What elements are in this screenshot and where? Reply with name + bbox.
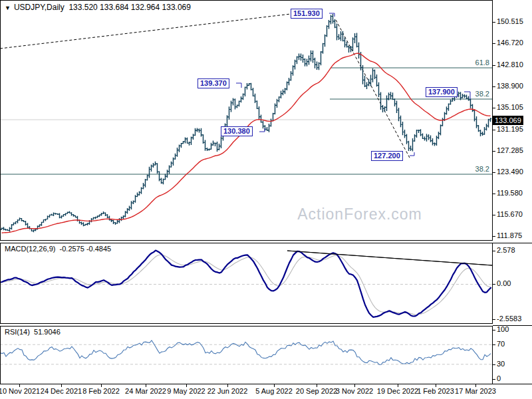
price-annotation-box[interactable]: 127.200: [371, 151, 403, 161]
price-axis-label: 115.670: [497, 210, 523, 218]
rsi-axis-label: 0: [497, 374, 501, 382]
collapse-triangle-icon[interactable]: ▼: [5, 5, 11, 11]
price-axis-tick: [493, 194, 495, 194]
date-axis-label: 24 Mar 2022: [125, 387, 166, 395]
rsi-panel[interactable]: [0, 326, 493, 384]
date-axis-label: 9 May 2022: [167, 387, 205, 395]
rsi-axis-label: 30: [497, 360, 505, 368]
symbol-header: ▼USDJPY,Daily 133.520 133.684 132.964 13…: [5, 3, 191, 12]
date-axis-tick: [274, 384, 275, 387]
date-axis-label: 8 Feb 2022: [82, 387, 120, 395]
macd-axis-label: 2.578: [497, 246, 515, 254]
panel-separator: [493, 243, 532, 243]
price-chart-canvas[interactable]: [1, 1, 492, 240]
price-axis-tick: [493, 236, 495, 237]
rsi-axis-label: 70: [497, 340, 505, 348]
fib-level-label: 61.8: [466, 59, 489, 66]
current-price-tag: 133.069: [493, 116, 523, 125]
price-axis-label: 119.580: [497, 189, 523, 197]
macd-axis-tick: [493, 251, 495, 251]
rsi-axis-tick: [493, 379, 495, 380]
price-axis-label: 123.490: [497, 168, 523, 176]
symbol-name: USDJPY,Daily: [14, 3, 65, 12]
date-axis-tick: [61, 384, 62, 387]
rsi-axis-tick: [493, 364, 495, 365]
rsi-indicator-label: RSI(14) 51.9046: [5, 328, 61, 336]
date-axis-tick: [354, 384, 355, 387]
ohlc-readout: 133.520 133.684 132.964 133.069: [68, 3, 191, 12]
chart-window: ▼USDJPY,Daily 133.520 133.684 132.964 13…: [0, 0, 532, 399]
price-chart-panel[interactable]: ActionForex.com: [0, 0, 493, 241]
rsi-axis-tick: [493, 330, 495, 331]
macd-axis-tick: [493, 284, 495, 285]
price-axis-label: 135.105: [497, 103, 523, 111]
price-axis-tick: [493, 172, 495, 173]
rsi-current-value: 51.9046: [34, 328, 61, 336]
date-axis-label: 3 Nov 2022: [336, 387, 373, 395]
price-annotation-box[interactable]: 139.370: [198, 78, 229, 88]
price-axis-label: 146.720: [497, 39, 523, 47]
price-axis-tick: [493, 108, 495, 108]
date-axis-tick: [398, 384, 398, 387]
date-axis-label: 1 Feb 2023: [417, 387, 454, 395]
macd-axis-label: 0.00: [497, 279, 511, 287]
macd-canvas[interactable]: [1, 243, 492, 323]
date-axis-label: 5 Aug 2022: [255, 387, 293, 395]
price-axis-label: 138.900: [497, 82, 523, 90]
date-axis-label: 19 Dec 2022: [377, 387, 418, 395]
date-axis-label: 20 Sep 2022: [296, 387, 337, 395]
rsi-axis-label: 100: [497, 325, 509, 333]
rsi-axis-tick: [493, 344, 495, 345]
date-axis-label: 22 Jun 2022: [207, 387, 248, 395]
price-axis-label: 131.195: [497, 125, 523, 133]
price-axis-tick: [493, 22, 495, 23]
date-axis-tick: [101, 384, 102, 387]
price-axis-label: 127.285: [497, 146, 523, 154]
rsi-canvas[interactable]: [1, 327, 492, 384]
macd-axis-label: -2.5583: [497, 315, 521, 323]
price-axis-tick: [493, 130, 495, 130]
date-axis-label: 17 Mar 2023: [455, 387, 496, 395]
panel-separator: [493, 384, 532, 384]
price-annotation-box[interactable]: 130.380: [221, 126, 253, 136]
fib-level-label: 38.2: [466, 90, 489, 98]
macd-axis-tick: [493, 319, 495, 320]
price-axis-tick: [493, 65, 495, 66]
date-axis-tick: [19, 384, 20, 387]
price-annotation-box[interactable]: 137.900: [426, 87, 458, 97]
price-axis-label: 142.810: [497, 61, 523, 68]
macd-name: MACD(12,26,9): [5, 245, 55, 253]
date-axis-tick: [317, 384, 317, 387]
price-axis-label: 111.875: [497, 231, 522, 239]
macd-indicator-label: MACD(12,26,9) -0.2575 -0.4845: [5, 245, 111, 253]
date-axis-label: 10 Nov 2021: [0, 387, 40, 395]
fib-level-label: 38.2: [466, 165, 489, 173]
date-axis-tick: [475, 384, 476, 387]
price-annotation-box[interactable]: 151.930: [291, 9, 323, 19]
date-axis-tick: [436, 384, 436, 387]
price-axis-tick: [493, 215, 495, 215]
price-axis-tick: [493, 43, 495, 44]
price-axis-tick: [493, 86, 495, 87]
rsi-name: RSI(14): [5, 328, 30, 336]
macd-current-values: -0.2575 -0.4845: [60, 245, 112, 253]
date-axis-tick: [186, 384, 187, 387]
price-axis-tick: [493, 151, 495, 152]
date-axis-tick: [227, 384, 228, 387]
date-axis-tick: [146, 384, 146, 387]
macd-panel[interactable]: [0, 243, 493, 324]
date-axis-label: 24 Dec 2021: [41, 387, 82, 395]
price-axis-label: 150.515: [497, 17, 523, 25]
